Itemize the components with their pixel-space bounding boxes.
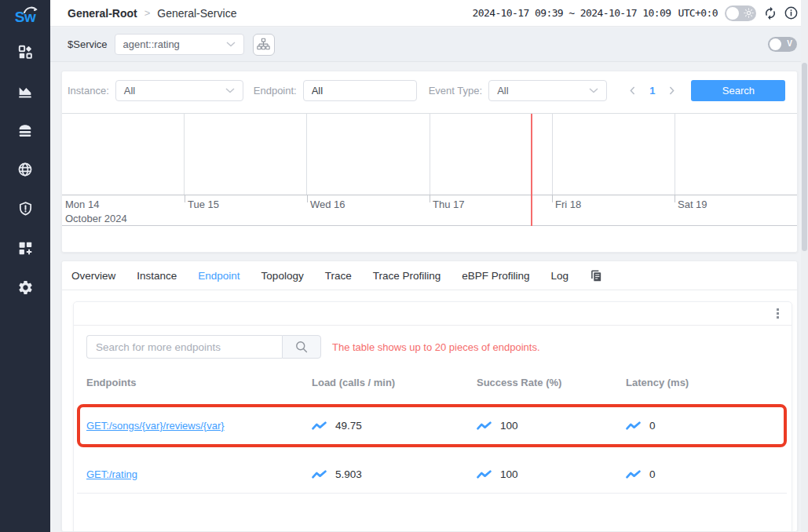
scrollbar-thumb[interactable] [802,63,807,251]
sidebar-item-metrics[interactable] [0,71,50,111]
logo-swoosh-icon [24,5,38,13]
event-type-filter-label: Event Type: [429,85,482,97]
timeline-day-label: Mon 14 [65,199,99,210]
success-rate-value: 100 [500,468,518,480]
event-timeline[interactable]: Mon 14 Tue 15 Wed 16 Thu 17 Fri 18 Sat 1… [62,113,797,226]
top-bar: General-Root > General-Service 2024-10-1… [50,0,808,27]
event-type-filter-select[interactable]: All [488,80,607,101]
next-page-button[interactable] [664,83,679,98]
service-detail-panel: Overview Instance Endpoint Topology Trac… [61,261,798,532]
latency-value: 0 [649,420,656,432]
tab-trace[interactable]: Trace [325,270,352,282]
chevron-left-icon [630,86,635,95]
endpoints-card: The table shows up to 20 pieces of endpo… [73,301,792,532]
sidebar: Sw [0,0,50,532]
timeline-tick [552,195,553,202]
app-logo[interactable]: Sw [0,0,50,35]
endpoint-search-row: The table shows up to 20 pieces of endpo… [86,335,777,359]
sidebar-nav [0,32,50,307]
dashboard-icon [17,44,34,60]
load-cell: 5.903 [312,468,477,480]
timeline-day-label: Wed 16 [310,199,346,210]
timeline-tick [430,195,430,202]
sidebar-item-database[interactable] [0,111,50,150]
sparkline-icon[interactable] [626,469,641,479]
service-hierarchy-button[interactable] [253,34,275,56]
prev-page-button[interactable] [625,83,640,98]
timeline-axis: Mon 14 Tue 15 Wed 16 Thu 17 Fri 18 Sat 1… [62,195,797,226]
tab-topology[interactable]: Topology [261,270,304,282]
bar-chart-icon [16,82,34,100]
sparkline-icon[interactable] [312,469,327,479]
timeline-day-column [430,114,553,195]
toggle-knob [770,38,781,50]
current-page-number[interactable]: 1 [649,85,655,97]
latency-value: 0 [649,468,656,480]
endpoint-search-button[interactable] [282,335,321,359]
tab-ebpf-profiling[interactable]: eBPF Profiling [462,270,529,282]
theme-toggle[interactable] [725,5,756,21]
current-time-marker [531,114,532,226]
refresh-button[interactable] [763,6,777,20]
sparkline-icon[interactable] [312,421,327,431]
sparkline-icon[interactable] [477,421,492,431]
tab-endpoint[interactable]: Endpoint [198,270,239,282]
endpoints-card-header [74,302,792,326]
breadcrumb-current: General-Service [157,7,236,20]
sidebar-item-customize[interactable] [0,228,50,268]
instance-filter-select[interactable]: All [115,80,243,101]
info-button[interactable] [784,6,798,20]
timeline-tick [675,195,675,202]
success-rate-cell: 100 [477,468,626,480]
table-limit-notice: The table shows up to 20 pieces of endpo… [332,341,540,353]
filter-row: Instance: All Endpoint: Event Type: All [68,79,792,101]
timeline-tick [307,195,308,202]
column-header-load: Load (calls / min) [312,377,477,388]
event-type-filter-value: All [497,85,508,97]
tab-trace-profiling[interactable]: Trace Profiling [373,270,441,282]
breadcrumb-root[interactable]: General-Root [68,7,137,20]
column-header-success-rate: Success Rate (%) [477,377,626,388]
tab-log[interactable]: Log [551,270,569,282]
load-value: 5.903 [335,468,362,480]
latency-cell: 0 [626,420,777,432]
event-pagination: 1 [625,83,679,98]
copy-dashboard-button[interactable] [590,269,603,282]
service-select[interactable]: agent::rating [115,34,244,55]
endpoint-search-input[interactable] [86,335,282,359]
tab-instance[interactable]: Instance [137,270,177,282]
sparkline-icon[interactable] [477,469,492,479]
tab-overview[interactable]: Overview [71,270,115,282]
sidebar-item-settings[interactable] [0,268,50,307]
widgets-add-icon [17,240,34,257]
search-button[interactable]: Search [691,80,785,101]
service-select-value: agent::rating [123,38,180,50]
timeline-day-column [553,114,675,195]
search-icon [295,341,308,353]
scrollbar[interactable] [801,0,808,532]
instance-filter-label: Instance: [68,85,109,97]
success-rate-cell: 100 [477,420,626,432]
endpoint-link[interactable]: GET:/songs/{var}/reviews/{var} [86,420,312,432]
service-bar: $Service agent::rating V [50,27,808,62]
version-toggle[interactable]: V [768,37,797,52]
endpoint-link[interactable]: GET:/rating [86,468,312,480]
sidebar-item-alerting[interactable] [0,189,50,228]
timeline-grid [62,114,797,195]
endpoints-card-body: The table shows up to 20 pieces of endpo… [74,326,792,494]
kebab-menu-icon[interactable] [773,305,782,322]
timeline-day-column [675,114,797,195]
endpoint-filter-input[interactable] [303,80,417,101]
timeline-day-column [307,114,430,195]
table-row: GET:/songs/{var}/reviews/{var} 49.75 [86,407,777,444]
sun-icon [744,8,754,18]
sidebar-item-network[interactable] [0,150,50,189]
timeline-month-label: October 2024 [65,213,127,224]
settings-icon [17,279,34,296]
chevron-right-icon [669,86,675,95]
timeline-day-column [62,114,185,195]
time-range-picker[interactable]: 2024-10-17 09:39 ~ 2024-10-17 10:09 [472,7,671,19]
sidebar-item-dashboards[interactable] [0,32,50,71]
event-filter-panel: Instance: All Endpoint: Event Type: All [61,71,798,253]
sparkline-icon[interactable] [626,421,641,431]
